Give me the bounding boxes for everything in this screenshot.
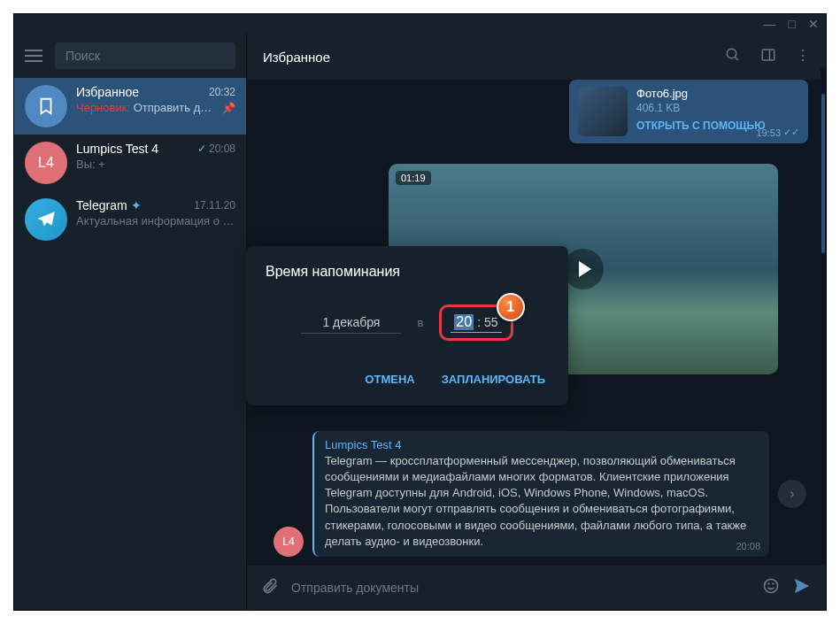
bookmark-icon xyxy=(25,85,67,127)
verified-icon: ✦ xyxy=(131,198,142,212)
chat-list: Избранное20:32 Черновик: Отправить д…📌 L… xyxy=(14,78,246,610)
pin-icon: 📌 xyxy=(222,102,235,114)
svg-line-1 xyxy=(735,57,738,60)
file-thumbnail xyxy=(578,87,628,136)
svg-point-6 xyxy=(773,583,774,584)
attach-icon[interactable] xyxy=(261,577,279,599)
at-label: в xyxy=(417,316,423,329)
svg-rect-2 xyxy=(762,50,774,60)
search-input[interactable]: Поиск xyxy=(55,42,235,69)
more-icon[interactable]: ⋮ xyxy=(796,47,810,66)
chat-time: ✓20:08 xyxy=(197,143,235,155)
minute-field[interactable]: 55 xyxy=(484,315,498,329)
svg-point-5 xyxy=(768,583,769,584)
svg-point-4 xyxy=(765,579,778,592)
chat-name: Избранное xyxy=(76,85,139,99)
send-icon[interactable] xyxy=(792,576,812,599)
video-duration: 01:19 xyxy=(396,171,431,185)
next-button[interactable]: › xyxy=(778,480,806,508)
chat-header: Избранное ⋮ xyxy=(247,34,826,80)
chat-time: 17.11.20 xyxy=(194,199,235,212)
menu-icon[interactable] xyxy=(25,50,42,62)
chat-preview: Вы: + xyxy=(76,158,235,171)
message-input[interactable]: Отправить документы xyxy=(291,581,750,595)
file-name: Фото6.jpg xyxy=(636,87,799,100)
schedule-button[interactable]: ЗАПЛАНИРОВАТЬ xyxy=(438,366,549,393)
chat-time: 20:32 xyxy=(209,86,235,98)
input-area: Отправить документы xyxy=(247,566,826,610)
message-time: 20:08 xyxy=(736,541,760,551)
chat-item[interactable]: L4 Lumpics Test 4✓20:08 Вы: + xyxy=(14,135,246,191)
time-input[interactable]: 20 : 55 xyxy=(451,312,501,333)
chat-item[interactable]: Telegram ✦17.11.20 Актуальная информация… xyxy=(14,191,246,248)
maximize-button[interactable]: □ xyxy=(789,18,796,30)
search-icon[interactable] xyxy=(725,47,741,66)
sidebar: Поиск Избранное20:32 Черновик: Отправить… xyxy=(14,34,246,610)
message-bubble[interactable]: Lumpics Test 4 Telegram — кроссплатформе… xyxy=(312,431,769,557)
emoji-icon[interactable] xyxy=(762,577,780,599)
titlebar: — □ ✕ xyxy=(14,14,826,34)
chat-preview: Актуальная информация о … xyxy=(76,214,235,227)
svg-point-0 xyxy=(727,49,736,58)
avatar: L4 xyxy=(25,142,67,184)
time-highlight: 20 : 55 1 xyxy=(439,304,512,341)
forwarded-message: L4 Lumpics Test 4 Telegram — кроссплатфо… xyxy=(274,431,769,557)
chat-name: Telegram ✦ xyxy=(76,198,142,212)
chat-name: Lumpics Test 4 xyxy=(76,142,158,156)
minimize-button[interactable]: — xyxy=(764,18,776,30)
date-input[interactable]: 1 декабря xyxy=(301,312,401,334)
close-button[interactable]: ✕ xyxy=(808,18,819,30)
scrollbar[interactable] xyxy=(821,67,826,566)
app-window: — □ ✕ Поиск Избранное20:32 Черновик: Отп… xyxy=(13,13,827,611)
cancel-button[interactable]: ОТМЕНА xyxy=(361,366,418,393)
hour-field[interactable]: 20 xyxy=(454,314,474,330)
message-text: Telegram — кроссплатформенный мессенджер… xyxy=(325,453,759,550)
chat-item-saved[interactable]: Избранное20:32 Черновик: Отправить д…📌 xyxy=(14,78,246,135)
play-icon[interactable] xyxy=(563,249,604,289)
forward-from: Lumpics Test 4 xyxy=(325,438,759,451)
modal-title: Время напоминания xyxy=(266,264,549,280)
reminder-modal: Время напоминания 1 декабря в 20 : 55 1 … xyxy=(246,246,568,405)
message-time: 19:53 ✓✓ xyxy=(756,127,799,138)
avatar: L4 xyxy=(274,527,304,557)
file-message[interactable]: Фото6.jpg 406.1 KB ОТКРЫТЬ С ПОМОЩЬЮ 19:… xyxy=(569,80,808,143)
chat-preview: Черновик: Отправить д… xyxy=(76,101,222,114)
sidebar-toggle-icon[interactable] xyxy=(760,47,776,66)
telegram-icon xyxy=(25,198,67,241)
file-size: 406.1 KB xyxy=(636,102,799,114)
annotation-badge: 1 xyxy=(497,293,525,321)
chat-title: Избранное xyxy=(263,50,330,65)
